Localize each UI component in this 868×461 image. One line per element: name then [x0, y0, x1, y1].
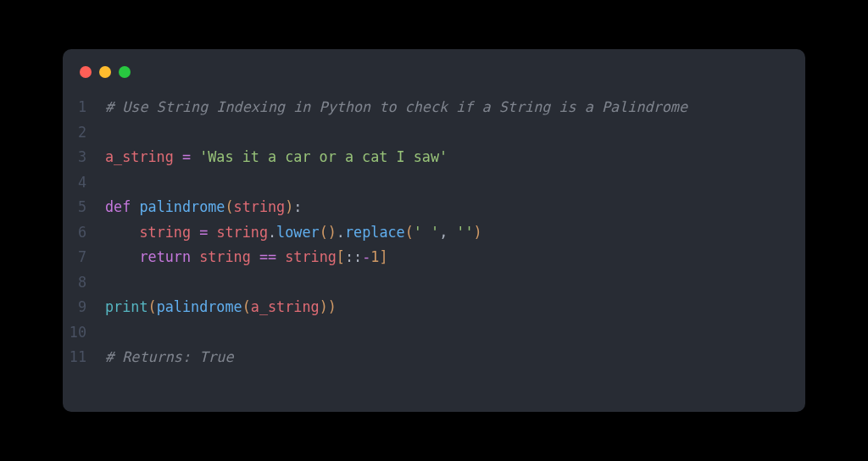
paren: (	[225, 198, 233, 215]
colon: :	[353, 248, 362, 265]
operator: ==	[259, 248, 276, 265]
code-line: 1 # Use String Indexing in Python to che…	[63, 95, 805, 120]
colon: :	[345, 248, 353, 265]
minimize-icon[interactable]	[99, 66, 111, 78]
paren: )	[320, 298, 328, 315]
operator: -	[362, 248, 370, 265]
code-line: 2	[63, 120, 805, 146]
operator: =	[199, 224, 208, 241]
code-line: 5 def palindrome(string):	[63, 195, 805, 220]
bracket: [	[337, 248, 345, 265]
paren: (	[320, 224, 328, 241]
line-number: 10	[63, 320, 105, 346]
dot: .	[337, 224, 345, 241]
variable: a_string	[105, 148, 174, 165]
space	[448, 224, 456, 241]
code-area: 1 # Use String Indexing in Python to che…	[63, 95, 805, 370]
code-line: 11 # Returns: True	[63, 345, 805, 370]
space	[276, 248, 285, 265]
line-number: 7	[63, 245, 105, 270]
paren: )	[328, 298, 337, 315]
number: 1	[370, 248, 379, 265]
keyword: return	[139, 248, 191, 265]
space	[191, 248, 199, 265]
space	[174, 148, 182, 165]
dot: .	[268, 224, 276, 241]
maximize-icon[interactable]	[119, 66, 131, 78]
line-number: 1	[63, 95, 105, 120]
indent	[105, 248, 139, 265]
close-icon[interactable]	[80, 66, 92, 78]
code-line: 3 a_string = 'Was it a car or a cat I sa…	[63, 145, 805, 170]
code-line: 7 return string == string[::-1]	[63, 245, 805, 270]
operator: =	[182, 148, 191, 165]
comment: # Use String Indexing in Python to check…	[105, 98, 687, 115]
code-line: 4	[63, 170, 805, 196]
function-call: palindrome	[157, 298, 242, 315]
space	[131, 198, 139, 215]
space	[251, 248, 259, 265]
builtin: print	[105, 298, 148, 315]
window-titlebar	[63, 66, 805, 95]
code-window: 1 # Use String Indexing in Python to che…	[63, 49, 805, 412]
paren: (	[242, 298, 251, 315]
paren: )	[474, 224, 482, 241]
line-number: 9	[63, 295, 105, 320]
line-number: 5	[63, 195, 105, 220]
string-literal: ' '	[414, 224, 439, 241]
line-number: 6	[63, 220, 105, 246]
code-line: 6 string = string.lower().replace(' ', '…	[63, 220, 805, 246]
comment: # Returns: True	[105, 348, 234, 365]
line-number: 11	[63, 345, 105, 370]
code-line: 10	[63, 320, 805, 346]
keyword: def	[105, 198, 131, 215]
space	[191, 224, 199, 241]
paren: )	[285, 198, 293, 215]
paren: (	[148, 298, 157, 315]
variable: string	[285, 248, 337, 265]
method: replace	[345, 224, 405, 241]
paren: )	[328, 224, 337, 241]
method: lower	[276, 224, 320, 241]
indent	[105, 224, 139, 241]
bracket: ]	[379, 248, 387, 265]
variable: string	[216, 224, 268, 241]
space	[191, 148, 199, 165]
colon: :	[293, 198, 302, 215]
string-literal: 'Was it a car or a cat I saw'	[199, 148, 448, 165]
line-number: 8	[63, 270, 105, 296]
variable: string	[199, 248, 251, 265]
variable: string	[139, 224, 191, 241]
code-line: 8	[63, 270, 805, 296]
function-name: palindrome	[139, 198, 225, 215]
line-number: 2	[63, 120, 105, 146]
paren: (	[405, 224, 414, 241]
argument: a_string	[251, 298, 320, 315]
space	[208, 224, 216, 241]
line-number: 4	[63, 170, 105, 196]
parameter: string	[234, 198, 286, 215]
string-literal: ''	[456, 224, 473, 241]
line-number: 3	[63, 145, 105, 170]
comma: ,	[439, 224, 448, 241]
code-line: 9 print(palindrome(a_string))	[63, 295, 805, 320]
